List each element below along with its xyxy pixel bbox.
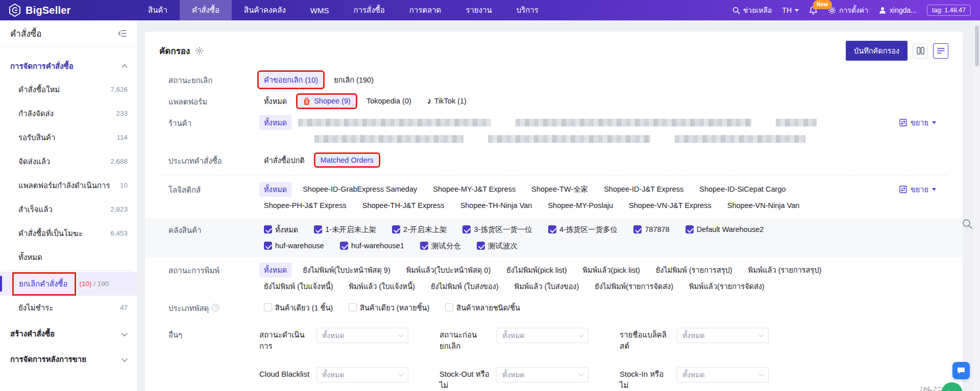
filter-option[interactable]: สินค้าเดียว (หลายชิ้น) <box>344 300 434 315</box>
status-before-cancel-select[interactable]: ทั้งหมด <box>497 328 589 343</box>
filter-option[interactable]: Shopee-TH-J&T Express <box>358 200 449 211</box>
filter-option[interactable]: huf-warehouse <box>259 240 329 251</box>
filter-option[interactable]: ยังไม่พิมพ์(pick list) <box>502 263 571 277</box>
filter-option[interactable]: ทั้งหมด <box>259 115 291 130</box>
redacted-store-name[interactable] <box>675 135 805 143</box>
filter-option[interactable]: ♪TikTok (1) <box>423 95 471 107</box>
sidebar-item[interactable]: คำสั่งซื้อที่เป็นโมฆะ6,453 <box>0 221 137 245</box>
filter-option[interactable]: 3-拣货区一货一位 <box>458 223 536 236</box>
sidebar-section-order-management[interactable]: การจัดการคำสั่งซื้อ <box>0 52 137 77</box>
redacted-store-name[interactable] <box>298 119 491 126</box>
filter-option[interactable]: ทั้งหมด <box>259 94 291 109</box>
filter-option[interactable]: 测试波次 <box>472 240 522 252</box>
filter-option[interactable]: ยังไม่พิมพ์ (รายการสรุป) <box>651 263 737 277</box>
nav-item[interactable]: บริการ <box>504 0 551 20</box>
filter-option[interactable]: 测试分仓 <box>415 240 465 252</box>
process-status-select[interactable]: ทั้งหมด <box>316 328 408 343</box>
nav-item[interactable]: การสั่งซื้อ <box>341 0 397 20</box>
help-button[interactable]: ช่วยเหลือ <box>732 5 772 16</box>
filter-option[interactable]: คำสั่งซื้อปกติ <box>259 153 309 168</box>
info-icon[interactable]: ? <box>212 304 219 311</box>
checkbox[interactable] <box>685 225 694 233</box>
card-view-toggle-button[interactable] <box>913 43 928 59</box>
redacted-store-name[interactable] <box>516 119 751 126</box>
cloud-blacklist-select[interactable]: ทั้งหมด <box>316 367 408 382</box>
checkbox[interactable] <box>445 303 453 311</box>
filter-option[interactable]: 787878 <box>629 224 674 235</box>
language-selector[interactable]: TH <box>782 6 799 14</box>
checkbox[interactable] <box>264 303 272 311</box>
filter-option[interactable]: ยังไม่พิมพ์(ใบปะหน้าพัสดุ 9) <box>298 263 395 277</box>
filter-option[interactable]: ทั้งหมด <box>259 263 291 277</box>
filter-option[interactable]: Shopee-VN-J&T Express <box>624 200 716 211</box>
redacted-store-name[interactable] <box>314 135 463 143</box>
filter-option[interactable]: Shopee-VN-Ninja Van <box>723 200 804 211</box>
nav-item[interactable]: คำสั่งซื้อ <box>180 0 232 20</box>
filter-option[interactable]: 1-未开启未上架 <box>309 223 381 236</box>
filter-option[interactable]: Tokopedia (0) <box>362 95 416 107</box>
sidebar-section-after-sale[interactable]: การจัดการหลังการขาย <box>0 345 137 371</box>
sidebar-item[interactable]: คำสั่งซื้อใหม่7,626 <box>0 77 137 101</box>
filter-option[interactable]: Default Warehouse2 <box>681 224 769 235</box>
logistics-expand-button[interactable]: ขยาย <box>899 184 936 195</box>
save-filter-button[interactable]: บันทึกคัดกรอง <box>846 41 908 61</box>
nav-item[interactable]: การตลาด <box>397 0 454 20</box>
redacted-store-name[interactable] <box>488 135 650 143</box>
checkbox[interactable] <box>420 242 428 250</box>
nav-item[interactable]: WMS <box>298 0 341 20</box>
filter-option[interactable]: Shopee-TH-Ninja Van <box>456 200 537 211</box>
filter-option[interactable]: Shopee-MY-J&T Express <box>428 184 520 195</box>
filter-option[interactable]: ยกเลิก (190) <box>329 72 378 87</box>
filter-option[interactable]: 4-拣货区一货多位 <box>544 223 622 236</box>
filter-option[interactable]: huf-warehouse1 <box>335 240 409 251</box>
scrollbar-thumb[interactable] <box>975 25 979 66</box>
checkbox[interactable] <box>392 225 400 233</box>
filter-settings-icon[interactable] <box>195 46 204 55</box>
settings-button[interactable]: การตั้งค่า <box>828 5 868 16</box>
filter-option[interactable]: ทั้งหมด <box>259 182 291 197</box>
filter-option[interactable]: พิมพ์แล้ว (ใบส่งของ) <box>510 279 584 294</box>
filter-option[interactable]: Shopee-ID-J&T Express <box>599 184 688 195</box>
store-expand-button[interactable]: ขยาย <box>899 117 936 128</box>
filter-option[interactable]: Shopee-TW-全家 <box>527 183 593 196</box>
filter-option[interactable]: พิมพ์แล้ว (ใบแจ้งหนี้) <box>344 279 419 294</box>
sidebar-item[interactable]: สำเร็จแล้ว2,823 <box>0 197 137 221</box>
filter-option[interactable]: สินค้าหลายชนิด/ชิ้น <box>440 300 525 315</box>
chat-support-button[interactable] <box>952 362 970 379</box>
sidebar-item[interactable]: แพลตฟอร์มกำลังดำเนินการ10 <box>0 173 137 197</box>
stock-in-select[interactable]: ทั้งหมด <box>677 367 769 382</box>
filter-option[interactable]: ยังไม่พิมพ์(รายการจัดส่ง) <box>590 279 678 294</box>
checkbox[interactable] <box>340 242 348 250</box>
redacted-store-name[interactable] <box>776 119 817 126</box>
filter-option[interactable]: พิมพ์แล้ว(รายการจัดส่ง) <box>684 279 769 294</box>
sidebar-item[interactable]: กำลังจัดส่ง233 <box>0 101 137 125</box>
checkbox[interactable] <box>264 242 272 250</box>
nav-item[interactable]: รายงาน <box>453 0 504 20</box>
sidebar-item[interactable]: รอรับสินค้า114 <box>0 125 137 149</box>
filter-option[interactable]: ยังไม่พิมพ์ (ใบส่งของ) <box>426 279 503 294</box>
filter-option[interactable]: Shopee-ID-GrabExpress Sameday <box>298 184 422 195</box>
filter-option[interactable]: Shopee-PH-J&T Express <box>259 200 351 211</box>
checkbox[interactable] <box>633 225 642 233</box>
list-view-toggle-button[interactable] <box>933 43 948 59</box>
filter-option[interactable]: 2-开启未上架 <box>387 223 451 236</box>
filter-option[interactable]: พิมพ์แล้ว (รายการสรุป) <box>744 263 826 277</box>
filter-option[interactable]: คำขอยกเลิก (10) <box>259 72 323 87</box>
sidebar-item[interactable]: ยังไม่ชำระ47 <box>0 296 137 320</box>
brand[interactable]: BigSeller <box>8 0 136 20</box>
checkbox[interactable] <box>477 242 485 250</box>
floating-search-icon[interactable] <box>962 218 973 231</box>
sidebar-section-create-order[interactable]: สร้างคำสั่งซื้อ <box>0 320 137 345</box>
checkbox[interactable] <box>314 225 322 233</box>
nav-item[interactable]: สินค้าคงคลัง <box>232 0 298 20</box>
stock-out-select[interactable]: ทั้งหมด <box>497 367 589 382</box>
page-scrollbar[interactable] <box>974 20 980 391</box>
checkbox[interactable] <box>462 225 471 233</box>
filter-option[interactable]: Shopee-ID-SiCepat Cargo <box>695 184 790 195</box>
filter-option[interactable]: SShopee (9) <box>298 95 355 107</box>
filter-option[interactable]: Matched Orders <box>316 154 378 166</box>
filter-option[interactable]: ยังไม่พิมพ์ (ใบแจ้งหนี้) <box>259 279 337 294</box>
filter-option[interactable]: สินค้าเดียว (1 ชิ้น) <box>259 300 337 315</box>
checkbox[interactable] <box>264 225 272 233</box>
blacklist-select[interactable]: ทั้งหมด <box>677 328 769 343</box>
